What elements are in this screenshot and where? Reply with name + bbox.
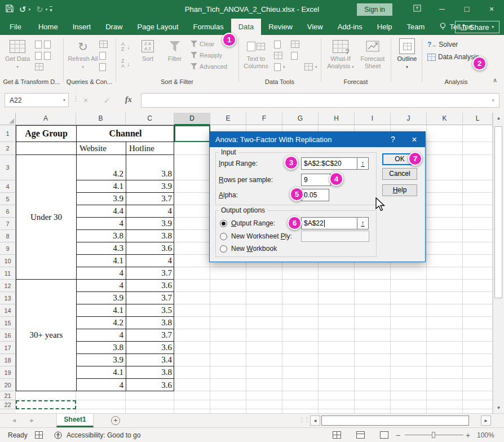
cancel-entry-icon[interactable]: ×: [83, 96, 88, 105]
tab-page-layout[interactable]: Page Layout: [130, 19, 186, 35]
cell-A1[interactable]: Age Group: [16, 126, 77, 142]
sort-ascending-button[interactable]: AZ↓: [121, 42, 130, 52]
new-worksheet-radio[interactable]: [220, 233, 227, 240]
row-header-4[interactable]: 4: [0, 180, 16, 193]
table-cell[interactable]: 4: [77, 280, 126, 292]
data-analysis-button[interactable]: Data Analysis: [427, 53, 479, 61]
vertical-scrollbar[interactable]: ▲ ▼: [493, 113, 504, 413]
active-cell-D1[interactable]: [174, 125, 210, 142]
row-header-10[interactable]: 10: [0, 255, 16, 267]
tab-formulas[interactable]: Formulas: [186, 19, 231, 35]
dialog-close-icon[interactable]: ×: [404, 132, 425, 147]
tab-review[interactable]: Review: [261, 19, 300, 35]
table-cell[interactable]: 4.2: [77, 317, 126, 329]
row-header-15[interactable]: 15: [0, 317, 16, 329]
row-header-7[interactable]: 7: [0, 218, 16, 230]
solver-button[interactable]: ?→ Solver: [427, 41, 458, 48]
table-cell[interactable]: 4.3: [77, 242, 126, 255]
collapse-ribbon-icon[interactable]: ∧: [493, 77, 497, 84]
forecast-sheet-button[interactable]: Forecast Sheet: [357, 37, 388, 70]
ribbon-display-options-icon[interactable]: [405, 0, 430, 19]
output-range-label[interactable]: Output Range:: [231, 219, 275, 227]
new-workbook-radio[interactable]: [220, 245, 227, 253]
table-cell[interactable]: 3.9: [126, 218, 174, 230]
data-validation-button[interactable]: ▾: [274, 63, 285, 71]
row-header-6[interactable]: 6: [0, 205, 16, 218]
table-cell[interactable]: 3.9: [126, 180, 174, 193]
help-button[interactable]: Help: [382, 184, 417, 196]
close-button[interactable]: ×: [479, 0, 504, 19]
column-header-G[interactable]: G: [282, 113, 319, 125]
row-header-3[interactable]: 3: [0, 155, 16, 180]
filter-button[interactable]: Filter: [162, 37, 187, 63]
name-box-dropdown-icon[interactable]: ▾: [63, 98, 65, 103]
tab-home[interactable]: Home: [31, 19, 65, 35]
tab-insert[interactable]: Insert: [65, 19, 99, 35]
column-header-E[interactable]: E: [210, 113, 246, 125]
table-cell[interactable]: 3.7: [126, 193, 174, 205]
row-header-2[interactable]: 2: [0, 142, 16, 155]
table-cell[interactable]: 4: [77, 218, 126, 230]
table-cell[interactable]: 4.4: [77, 205, 126, 218]
table-cell[interactable]: 3.8: [77, 230, 126, 242]
next-sheet-icon[interactable]: ►: [29, 417, 35, 423]
input-range-field[interactable]: $A$2:$C$20: [301, 157, 357, 170]
row-header-22[interactable]: 22: [0, 400, 16, 409]
column-header-F[interactable]: F: [246, 113, 282, 125]
table-cell[interactable]: 3.8: [126, 230, 174, 242]
flash-fill-button[interactable]: [274, 41, 281, 48]
tab-team[interactable]: Team: [400, 19, 432, 35]
rows-per-sample-field[interactable]: 9: [301, 174, 331, 186]
consolidate-button[interactable]: [291, 41, 299, 48]
alpha-field[interactable]: 0.05: [301, 189, 329, 201]
table-cell[interactable]: 4: [77, 267, 126, 280]
sheet-tab-sheet1[interactable]: Sheet1: [56, 414, 94, 427]
existing-connections-button[interactable]: [35, 63, 43, 70]
new-sheet-icon[interactable]: +: [111, 416, 120, 425]
tab-help[interactable]: Help: [370, 19, 400, 35]
formula-input[interactable]: ▾: [141, 93, 499, 108]
insert-function-icon[interactable]: fx: [125, 95, 132, 104]
output-range-field[interactable]: $A$22: [301, 217, 357, 229]
cell-C2[interactable]: Hotline: [126, 142, 174, 155]
table-cell[interactable]: 3.7: [126, 292, 174, 304]
row-header-16[interactable]: 16: [0, 329, 16, 342]
input-range-picker-icon[interactable]: ↑: [357, 157, 369, 170]
column-header-I[interactable]: I: [355, 113, 391, 125]
table-cell[interactable]: 3.8: [126, 155, 174, 180]
column-header-H[interactable]: H: [319, 113, 355, 125]
scroll-up-icon[interactable]: ▲: [493, 113, 504, 123]
table-cell[interactable]: 3.6: [126, 280, 174, 292]
table-cell[interactable]: 3.9: [77, 354, 126, 366]
table-cell[interactable]: 3.4: [126, 354, 174, 366]
edit-links-button[interactable]: [99, 63, 106, 71]
row-header-9[interactable]: 9: [0, 242, 16, 255]
scroll-down-icon[interactable]: ▼: [493, 403, 504, 413]
row-header-18[interactable]: 18: [0, 354, 16, 366]
column-header-J[interactable]: J: [391, 113, 427, 125]
zoom-in-icon[interactable]: +: [466, 428, 470, 442]
row-header-11[interactable]: 11: [0, 267, 16, 280]
row-header-5[interactable]: 5: [0, 193, 16, 205]
output-range-picker-icon[interactable]: ↑: [357, 217, 369, 229]
sign-in-button[interactable]: Sign in: [357, 3, 392, 16]
row-header-13[interactable]: 13: [0, 292, 16, 304]
sort-descending-button[interactable]: ZA↓: [121, 59, 130, 69]
get-data-button[interactable]: Get Data▾: [2, 37, 33, 70]
relationships-button[interactable]: [291, 52, 298, 60]
queries-connections-button[interactable]: [99, 41, 108, 48]
prev-sheet-icon[interactable]: ◄: [11, 417, 17, 423]
table-cell[interactable]: 3.9: [77, 193, 126, 205]
row-header-17[interactable]: 17: [0, 342, 16, 354]
cell-A12-A20-merged[interactable]: 30+ years: [16, 280, 77, 391]
tab-file[interactable]: File: [0, 19, 31, 35]
column-header-K[interactable]: K: [427, 113, 463, 125]
output-range-radio[interactable]: [220, 220, 227, 227]
row-header-20[interactable]: 20: [0, 379, 16, 391]
column-header-A[interactable]: A: [16, 113, 76, 125]
table-cell[interactable]: 4: [126, 255, 174, 267]
text-to-columns-button[interactable]: Text to Columns: [241, 37, 271, 70]
what-if-analysis-button[interactable]: ? What-If Analysis ▾: [325, 37, 356, 70]
table-cell[interactable]: 3.7: [126, 329, 174, 342]
table-cell[interactable]: 4.2: [77, 155, 126, 180]
